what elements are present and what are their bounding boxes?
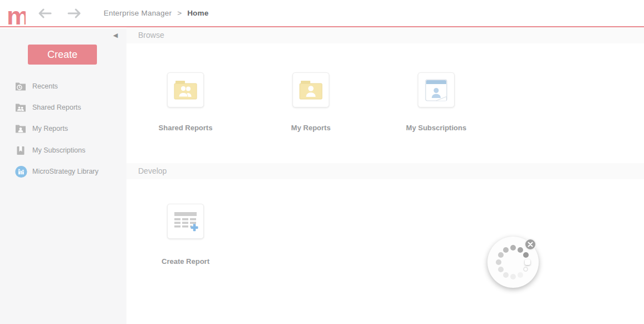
sidebar-item-microstrategy-library[interactable]: MicroStrategy Library (0, 161, 126, 182)
back-arrow-icon[interactable] (38, 8, 52, 19)
shared-reports-folder-icon (15, 102, 27, 113)
tile-shared-reports[interactable]: Shared Reports (141, 72, 230, 132)
spinner-close-button[interactable] (524, 238, 536, 251)
develop-section-header: Develop (126, 163, 644, 179)
top-bar: m Enterprise Manager > Home (0, 0, 644, 27)
recents-folder-clock-icon (15, 81, 27, 92)
my-reports-tile[interactable] (292, 72, 329, 107)
sidebar-item-shared-reports[interactable]: Shared Reports (0, 97, 126, 118)
sidebar-item-label: Shared Reports (32, 104, 81, 111)
sidebar-item-my-subscriptions[interactable]: My Subscriptions (0, 140, 126, 161)
tile-create-report[interactable]: Create Report (141, 204, 230, 266)
sidebar-item-label: My Subscriptions (32, 146, 85, 154)
tile-my-subscriptions[interactable]: My Subscriptions (392, 72, 481, 132)
forward-arrow-icon[interactable] (67, 8, 81, 19)
create-report-tile[interactable] (167, 204, 204, 239)
sidebar-item-label: My Reports (32, 125, 68, 132)
tile-label: My Subscriptions (392, 124, 481, 132)
bookmark-icon (15, 145, 27, 156)
close-icon (528, 242, 533, 247)
create-button[interactable]: Create (28, 45, 97, 65)
breadcrumb: Enterprise Manager > Home (104, 9, 208, 17)
library-icon (15, 166, 27, 177)
browse-section-header: Browse (126, 27, 644, 43)
sidebar-item-label: MicroStrategy Library (32, 168, 99, 175)
my-folder-icon (298, 79, 324, 101)
sidebar-item-recents[interactable]: Recents (0, 76, 126, 97)
subscriptions-card-icon (423, 78, 449, 102)
tile-label: Shared Reports (141, 124, 230, 132)
breadcrumb-separator: > (177, 9, 182, 17)
breadcrumb-parent[interactable]: Enterprise Manager (104, 9, 172, 17)
microstrategy-logo[interactable]: m (7, 2, 26, 24)
tile-my-reports[interactable]: My Reports (266, 72, 355, 132)
main-content: Browse Shared Reports (126, 28, 644, 324)
my-reports-folder-icon (15, 123, 27, 134)
sidebar-collapse-icon[interactable]: ◀ (113, 32, 120, 38)
sidebar: ◀ Create Recents (0, 28, 126, 324)
shared-folder-icon (173, 79, 198, 101)
tile-label: Create Report (141, 257, 230, 266)
sidebar-item-label: Recents (32, 82, 58, 90)
breadcrumb-current: Home (187, 9, 208, 17)
shared-reports-tile[interactable] (167, 72, 204, 107)
sidebar-item-my-reports[interactable]: My Reports (0, 118, 126, 139)
create-report-icon (173, 211, 198, 232)
my-subscriptions-tile[interactable] (418, 72, 455, 107)
app-window: m Enterprise Manager > Home ◀ Create Rec… (0, 0, 644, 324)
tile-label: My Reports (266, 124, 355, 132)
